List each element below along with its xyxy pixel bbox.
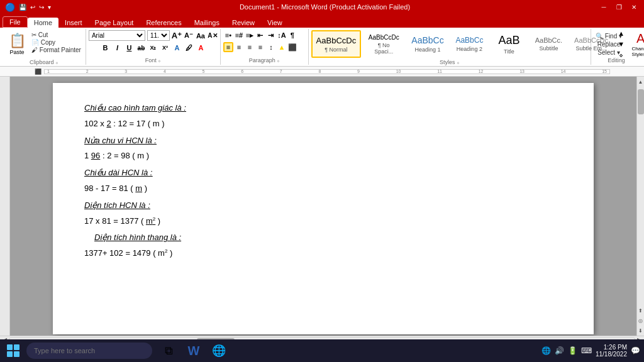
page-area[interactable]: Chiều cao hình tam giác là : 102 x 2 : 1… bbox=[10, 77, 636, 336]
style-no-spacing[interactable]: AaBbCcDc ¶ No Spaci... bbox=[363, 30, 405, 58]
bullets-button[interactable]: ≡• bbox=[223, 30, 233, 40]
scroll-thumb[interactable] bbox=[638, 89, 644, 114]
taskbar-search-input[interactable] bbox=[26, 343, 152, 359]
line-10[interactable]: 1377+ 102 = 1479 ( m2 ) bbox=[84, 247, 562, 260]
strikethrough-button[interactable]: ab bbox=[136, 43, 146, 53]
text-effects-button[interactable]: A bbox=[172, 43, 182, 53]
task-view-button[interactable]: ⧉ bbox=[157, 339, 180, 362]
justify-button[interactable]: ≡ bbox=[255, 42, 265, 52]
document-page[interactable]: Chiều cao hình tam giác là : 102 x 2 : 1… bbox=[53, 83, 594, 334]
line-spacing-button[interactable]: ↕ bbox=[266, 42, 276, 52]
tab-insert[interactable]: Insert bbox=[58, 18, 89, 28]
style-h2-preview: AaBbCc bbox=[455, 36, 483, 45]
ribbon: 📋 Paste ✂ Cut 📄 Copy 🖌 Format Painter Cl… bbox=[0, 28, 644, 67]
shading-button[interactable]: ▲ bbox=[277, 42, 287, 52]
close-button[interactable]: ✕ bbox=[629, 3, 639, 11]
clear-format-button[interactable]: A✕ bbox=[208, 31, 218, 41]
multilevel-list-button[interactable]: ≡▸ bbox=[245, 30, 255, 40]
style-title-preview: AaB bbox=[498, 34, 519, 47]
scroll-next-page[interactable]: ⬇ bbox=[637, 326, 645, 336]
numbering-button[interactable]: ≡# bbox=[234, 30, 244, 40]
line-6[interactable]: 98 - 17 = 81 ( m ) bbox=[84, 182, 562, 195]
tab-file[interactable]: File bbox=[3, 16, 28, 28]
line-2-text: 102 x 2 : 12 = 17 ( m ) bbox=[84, 119, 165, 128]
tab-view[interactable]: View bbox=[261, 18, 289, 28]
scroll-up-button[interactable]: ▲ bbox=[637, 77, 645, 87]
font-family-select[interactable]: Arial bbox=[89, 30, 145, 41]
style-subtitle[interactable]: AaBbCc. Subtitle bbox=[530, 30, 567, 58]
line-9-text: Diện tích hình thang là : bbox=[94, 231, 181, 244]
line-1[interactable]: Chiều cao hình tam giác là : bbox=[84, 102, 562, 115]
font-grow-button[interactable]: A⁺ bbox=[172, 31, 182, 41]
align-left-button[interactable]: ≡ bbox=[223, 42, 233, 52]
quick-redo[interactable]: ↪ bbox=[39, 4, 44, 11]
cut-button[interactable]: ✂ Cut bbox=[30, 31, 83, 38]
styles-group: AaBbCcDc ¶ Normal AaBbCcDc ¶ No Spaci...… bbox=[309, 29, 591, 65]
line-3[interactable]: Nửa chu vi HCN là : bbox=[84, 134, 562, 148]
word-taskbar-icon[interactable]: W bbox=[182, 339, 205, 362]
superscript-button[interactable]: X² bbox=[160, 43, 170, 53]
styles-label: Styles ⬦ bbox=[311, 58, 588, 65]
borders-button[interactable]: ⬛ bbox=[287, 42, 297, 52]
font-shrink-button[interactable]: A⁻ bbox=[184, 31, 194, 41]
minimize-button[interactable]: ─ bbox=[599, 3, 609, 11]
tab-review[interactable]: Review bbox=[226, 18, 261, 28]
text-highlight-button[interactable]: 🖊 bbox=[184, 43, 194, 53]
align-right-button[interactable]: ≡ bbox=[245, 42, 255, 52]
keyboard-icon[interactable]: ⌨ bbox=[581, 346, 592, 355]
line-6-text: 98 - 17 = 81 ( m ) bbox=[84, 184, 147, 193]
change-case-button[interactable]: Aa bbox=[196, 31, 206, 41]
copy-button[interactable]: 📄 Copy bbox=[30, 39, 83, 46]
sound-icon[interactable]: 🔊 bbox=[555, 346, 564, 355]
underline-button[interactable]: U bbox=[124, 43, 134, 53]
style-heading1[interactable]: AaBbCc Heading 1 bbox=[407, 30, 449, 58]
tab-home[interactable]: Home bbox=[28, 18, 58, 28]
vertical-scrollbar[interactable]: ▲ ⬆ ◎ ⬇ bbox=[636, 77, 644, 336]
font-label: Font ⬦ bbox=[89, 56, 218, 63]
font-size-select[interactable]: 11.5 bbox=[147, 30, 170, 41]
line-5[interactable]: Chiều dài HCN là : bbox=[84, 167, 562, 180]
style-heading2[interactable]: AaBbCc Heading 2 bbox=[450, 30, 488, 58]
tab-mailings[interactable]: Mailings bbox=[188, 18, 226, 28]
align-center-button[interactable]: ≡ bbox=[234, 42, 244, 52]
increase-indent-button[interactable]: ⇥ bbox=[266, 30, 276, 40]
style-normal[interactable]: AaBbCcDc ¶ Normal bbox=[311, 30, 361, 58]
clock[interactable]: 1:26 PM 11/18/2022 bbox=[596, 344, 627, 358]
network-icon[interactable]: 🌐 bbox=[541, 346, 551, 355]
battery-icon[interactable]: 🔋 bbox=[568, 346, 577, 355]
line-4[interactable]: 1 96 : 2 = 98 ( m ) bbox=[84, 150, 562, 163]
tab-page-layout[interactable]: Page Layout bbox=[89, 18, 140, 28]
font-color-button[interactable]: A bbox=[196, 43, 206, 53]
line-2[interactable]: 102 x 2 : 12 = 17 ( m ) bbox=[84, 118, 562, 131]
tab-references[interactable]: References bbox=[140, 18, 187, 28]
italic-button[interactable]: I bbox=[112, 43, 122, 53]
format-painter-button[interactable]: 🖌 Format Painter bbox=[30, 47, 83, 53]
title-bar: 🔵 💾 ↩ ↪ ▾ Document1 - Microsoft Word (Pr… bbox=[0, 0, 644, 14]
start-button[interactable] bbox=[4, 341, 23, 360]
paste-label: Paste bbox=[9, 49, 24, 55]
notifications-icon[interactable]: 💬 bbox=[631, 346, 640, 355]
line-9[interactable]: Diện tích hình thang là : bbox=[84, 231, 562, 244]
replace-button[interactable]: Replace bbox=[596, 41, 623, 48]
paste-button[interactable]: 📋 Paste bbox=[5, 30, 29, 58]
quick-undo[interactable]: ↩ bbox=[30, 4, 35, 11]
scroll-select[interactable]: ◎ bbox=[637, 315, 645, 326]
scroll-prev-page[interactable]: ⬆ bbox=[637, 305, 645, 315]
maximize-button[interactable]: ❐ bbox=[614, 3, 624, 11]
subscript-button[interactable]: X₂ bbox=[148, 43, 158, 53]
find-button[interactable]: 🔍 Find ▾ bbox=[594, 33, 624, 40]
sort-button[interactable]: ↕A bbox=[277, 30, 287, 40]
chrome-taskbar-icon[interactable]: 🌐 bbox=[208, 339, 230, 362]
style-title[interactable]: AaB Title bbox=[490, 30, 528, 58]
style-h1-preview: AaBbCc bbox=[411, 35, 443, 45]
line-8[interactable]: 17 x 81 = 1377 ( m2 ) bbox=[84, 215, 562, 228]
left-margin bbox=[0, 77, 10, 336]
bold-button[interactable]: B bbox=[100, 43, 110, 53]
select-button[interactable]: Select ▾ bbox=[596, 49, 622, 56]
decrease-indent-button[interactable]: ⇤ bbox=[255, 30, 265, 40]
line-10-text: 1377+ 102 = 1479 ( m2 ) bbox=[84, 248, 172, 258]
line-7[interactable]: Diện tích HCN là : bbox=[84, 199, 562, 212]
ruler-bar: 12345 678910 1112131415 bbox=[44, 69, 610, 74]
show-formatting-button[interactable]: ¶ bbox=[287, 30, 297, 40]
quick-save[interactable]: 💾 bbox=[19, 4, 26, 11]
